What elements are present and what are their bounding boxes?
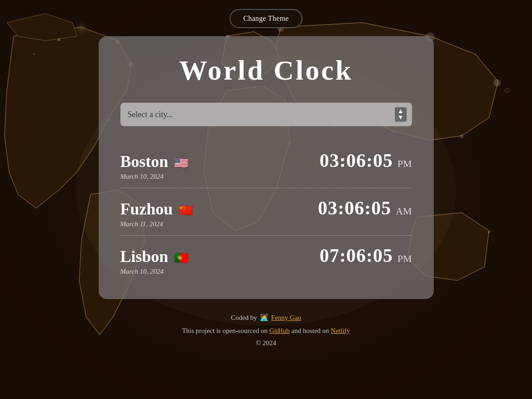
city-select-wrapper: Select a city... ▲ ▼ <box>120 103 412 126</box>
time-value: 03:06:05 <box>318 197 391 219</box>
clock-entry: Boston 🇺🇸 March 10, 2024 03:06:05 PM <box>120 141 412 188</box>
card-title: World Clock <box>120 54 412 86</box>
time-ampm: PM <box>398 158 412 170</box>
change-theme-button[interactable]: Change Theme <box>230 9 302 28</box>
time-ampm: AM <box>396 205 412 217</box>
copyright-text: © 2024 <box>182 337 350 349</box>
time-value: 07:06:05 <box>320 245 393 266</box>
coder-link[interactable]: Fenny Gao <box>271 312 301 324</box>
city-name: Boston <box>120 152 168 171</box>
city-date: March 11, 2024 <box>120 220 193 228</box>
time-display: 07:06:05 PM <box>320 245 412 266</box>
github-link[interactable]: GitHub <box>269 327 290 334</box>
clock-entry: Lisbon 🇵🇹 March 10, 2024 07:06:05 PM <box>120 236 412 283</box>
city-flag: 🇺🇸 <box>174 157 188 170</box>
city-flag: 🇨🇳 <box>178 204 193 217</box>
coder-emoji: 🧑‍💻 <box>260 312 268 324</box>
clocks-container: Boston 🇺🇸 March 10, 2024 03:06:05 PM Fuz… <box>120 141 412 283</box>
time-ampm: PM <box>398 253 412 265</box>
and-hosted-text: and hosted on <box>292 327 329 334</box>
city-date: March 10, 2024 <box>120 173 188 180</box>
city-flag: 🇵🇹 <box>174 252 188 265</box>
city-select[interactable]: Select a city... <box>120 103 412 126</box>
time-display: 03:06:05 PM <box>320 150 412 171</box>
clock-card: World Clock Select a city... ▲ ▼ Boston … <box>99 36 434 299</box>
city-name: Lisbon <box>120 247 168 266</box>
open-source-text: This project is open-sourced on <box>182 327 268 334</box>
netlify-link[interactable]: Netlify <box>331 327 350 334</box>
city-date: March 10, 2024 <box>120 268 188 276</box>
time-display: 03:06:05 AM <box>318 197 412 219</box>
time-value: 03:06:05 <box>320 150 393 171</box>
city-name: Fuzhou <box>120 200 173 218</box>
footer: Coded by 🧑‍💻 Fenny Gao This project is o… <box>182 312 350 349</box>
clock-entry: Fuzhou 🇨🇳 March 11, 2024 03:06:05 AM <box>120 188 412 236</box>
coded-by-text: Coded by <box>231 312 257 324</box>
